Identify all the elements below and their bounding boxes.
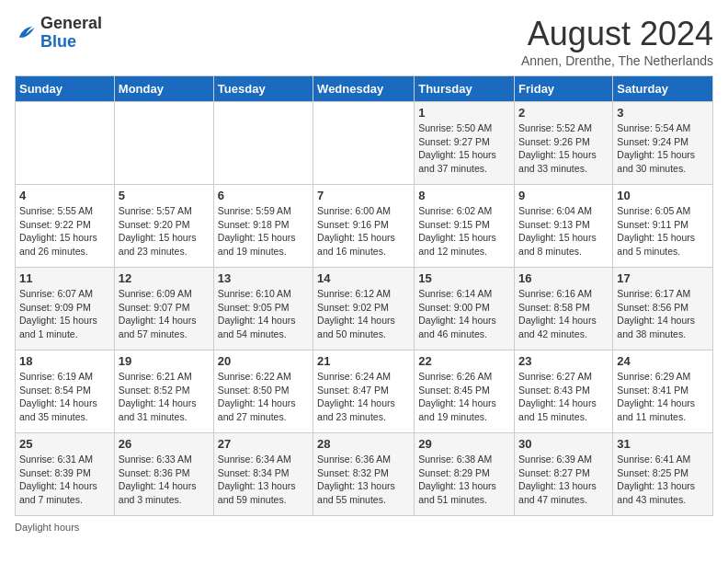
day-info: Sunrise: 6:34 AM Sunset: 8:34 PM Dayligh… [218, 453, 309, 507]
day-header-row: SundayMondayTuesdayWednesdayThursdayFrid… [16, 76, 713, 102]
calendar-cell: 15Sunrise: 6:14 AM Sunset: 9:00 PM Dayli… [415, 268, 515, 350]
day-info: Sunrise: 6:39 AM Sunset: 8:27 PM Dayligh… [518, 453, 609, 507]
calendar-table: SundayMondayTuesdayWednesdayThursdayFrid… [15, 75, 713, 516]
day-info: Sunrise: 6:10 AM Sunset: 9:05 PM Dayligh… [218, 287, 309, 341]
day-number: 19 [119, 354, 210, 368]
calendar-cell: 19Sunrise: 6:21 AM Sunset: 8:52 PM Dayli… [114, 350, 213, 433]
day-info: Sunrise: 6:00 AM Sunset: 9:16 PM Dayligh… [317, 204, 410, 259]
location-subtitle: Annen, Drenthe, The Netherlands [521, 53, 713, 68]
day-number: 8 [418, 189, 510, 202]
day-number: 10 [617, 189, 709, 202]
day-header-tuesday: Tuesday [213, 76, 313, 102]
day-info: Sunrise: 6:33 AM Sunset: 8:36 PM Dayligh… [119, 453, 210, 507]
day-info: Sunrise: 6:41 AM Sunset: 8:25 PM Dayligh… [617, 453, 709, 507]
calendar-cell: 14Sunrise: 6:12 AM Sunset: 9:02 PM Dayli… [313, 268, 415, 350]
month-title: August 2024 [521, 15, 713, 53]
calendar-cell: 4Sunrise: 5:55 AM Sunset: 9:22 PM Daylig… [16, 185, 115, 268]
day-number: 28 [317, 437, 410, 451]
day-number: 30 [518, 437, 609, 451]
calendar-cell: 23Sunrise: 6:27 AM Sunset: 8:43 PM Dayli… [515, 350, 613, 433]
calendar-cell: 10Sunrise: 6:05 AM Sunset: 9:11 PM Dayli… [613, 185, 713, 268]
day-info: Sunrise: 6:31 AM Sunset: 8:39 PM Dayligh… [19, 453, 110, 507]
day-number: 2 [518, 106, 609, 120]
day-info: Sunrise: 6:04 AM Sunset: 9:13 PM Dayligh… [518, 204, 609, 259]
day-number: 25 [19, 437, 110, 451]
calendar-cell: 8Sunrise: 6:02 AM Sunset: 9:15 PM Daylig… [415, 185, 515, 268]
day-number: 20 [218, 354, 309, 368]
calendar-cell: 2Sunrise: 5:52 AM Sunset: 9:26 PM Daylig… [515, 102, 613, 185]
day-header-saturday: Saturday [613, 76, 713, 102]
calendar-cell: 11Sunrise: 6:07 AM Sunset: 9:09 PM Dayli… [16, 268, 115, 350]
day-number: 9 [518, 189, 609, 202]
day-number: 14 [317, 271, 410, 285]
day-number: 3 [617, 106, 709, 120]
day-info: Sunrise: 6:21 AM Sunset: 8:52 PM Dayligh… [119, 370, 210, 424]
daylight-note-text: Daylight hours [15, 522, 79, 533]
day-info: Sunrise: 6:29 AM Sunset: 8:41 PM Dayligh… [617, 370, 709, 424]
day-info: Sunrise: 6:02 AM Sunset: 9:15 PM Dayligh… [418, 204, 510, 259]
day-header-friday: Friday [515, 76, 613, 102]
day-number: 26 [119, 437, 210, 451]
day-info: Sunrise: 6:27 AM Sunset: 8:43 PM Dayligh… [518, 370, 609, 424]
day-number: 27 [218, 437, 309, 451]
day-info: Sunrise: 6:05 AM Sunset: 9:11 PM Dayligh… [617, 204, 709, 259]
day-number: 15 [418, 271, 510, 285]
day-info: Sunrise: 5:52 AM Sunset: 9:26 PM Dayligh… [518, 121, 609, 176]
day-number: 21 [317, 354, 410, 368]
footer-note: Daylight hours [15, 522, 713, 533]
day-header-wednesday: Wednesday [313, 76, 415, 102]
calendar-cell: 28Sunrise: 6:36 AM Sunset: 8:32 PM Dayli… [313, 433, 415, 516]
day-info: Sunrise: 6:22 AM Sunset: 8:50 PM Dayligh… [218, 370, 309, 424]
day-info: Sunrise: 6:36 AM Sunset: 8:32 PM Dayligh… [317, 453, 410, 507]
day-info: Sunrise: 6:12 AM Sunset: 9:02 PM Dayligh… [317, 287, 410, 341]
calendar-cell: 24Sunrise: 6:29 AM Sunset: 8:41 PM Dayli… [613, 350, 713, 433]
calendar-cell: 5Sunrise: 5:57 AM Sunset: 9:20 PM Daylig… [114, 185, 213, 268]
day-number: 7 [317, 189, 410, 202]
day-number: 18 [19, 354, 110, 368]
day-info: Sunrise: 6:07 AM Sunset: 9:09 PM Dayligh… [19, 287, 110, 341]
calendar-cell: 27Sunrise: 6:34 AM Sunset: 8:34 PM Dayli… [213, 433, 313, 516]
day-number: 24 [617, 354, 709, 368]
day-info: Sunrise: 6:26 AM Sunset: 8:45 PM Dayligh… [418, 370, 510, 424]
day-info: Sunrise: 5:50 AM Sunset: 9:27 PM Dayligh… [418, 121, 510, 176]
calendar-cell: 16Sunrise: 6:16 AM Sunset: 8:58 PM Dayli… [515, 268, 613, 350]
page-header: General Blue August 2024 Annen, Drenthe,… [15, 15, 713, 68]
day-header-sunday: Sunday [16, 76, 115, 102]
day-number: 12 [119, 271, 210, 285]
day-info: Sunrise: 5:57 AM Sunset: 9:20 PM Dayligh… [119, 204, 210, 259]
week-row-5: 25Sunrise: 6:31 AM Sunset: 8:39 PM Dayli… [16, 433, 713, 516]
day-info: Sunrise: 6:38 AM Sunset: 8:29 PM Dayligh… [418, 453, 510, 507]
day-info: Sunrise: 6:16 AM Sunset: 8:58 PM Dayligh… [518, 287, 609, 341]
day-info: Sunrise: 6:19 AM Sunset: 8:54 PM Dayligh… [19, 370, 110, 424]
calendar-cell: 1Sunrise: 5:50 AM Sunset: 9:27 PM Daylig… [415, 102, 515, 185]
day-number: 6 [218, 189, 309, 202]
logo: General Blue [15, 15, 102, 52]
day-number: 23 [518, 354, 609, 368]
day-info: Sunrise: 6:24 AM Sunset: 8:47 PM Dayligh… [317, 370, 410, 424]
calendar-cell: 21Sunrise: 6:24 AM Sunset: 8:47 PM Dayli… [313, 350, 415, 433]
calendar-cell [313, 102, 415, 185]
day-header-monday: Monday [114, 76, 213, 102]
week-row-3: 11Sunrise: 6:07 AM Sunset: 9:09 PM Dayli… [16, 268, 713, 350]
calendar-cell: 17Sunrise: 6:17 AM Sunset: 8:56 PM Dayli… [613, 268, 713, 350]
calendar-cell: 25Sunrise: 6:31 AM Sunset: 8:39 PM Dayli… [16, 433, 115, 516]
day-info: Sunrise: 5:59 AM Sunset: 9:18 PM Dayligh… [218, 204, 309, 259]
day-number: 13 [218, 271, 309, 285]
logo-bird-icon [15, 22, 37, 44]
day-number: 22 [418, 354, 510, 368]
day-number: 31 [617, 437, 709, 451]
day-info: Sunrise: 6:14 AM Sunset: 9:00 PM Dayligh… [418, 287, 510, 341]
day-info: Sunrise: 6:09 AM Sunset: 9:07 PM Dayligh… [119, 287, 210, 341]
day-header-thursday: Thursday [415, 76, 515, 102]
week-row-2: 4Sunrise: 5:55 AM Sunset: 9:22 PM Daylig… [16, 185, 713, 268]
week-row-1: 1Sunrise: 5:50 AM Sunset: 9:27 PM Daylig… [16, 102, 713, 185]
calendar-cell [16, 102, 115, 185]
calendar-cell: 22Sunrise: 6:26 AM Sunset: 8:45 PM Dayli… [415, 350, 515, 433]
day-number: 17 [617, 271, 709, 285]
day-info: Sunrise: 6:17 AM Sunset: 8:56 PM Dayligh… [617, 287, 709, 341]
calendar-header: SundayMondayTuesdayWednesdayThursdayFrid… [16, 76, 713, 102]
calendar-cell: 26Sunrise: 6:33 AM Sunset: 8:36 PM Dayli… [114, 433, 213, 516]
day-info: Sunrise: 5:55 AM Sunset: 9:22 PM Dayligh… [19, 204, 110, 259]
day-info: Sunrise: 5:54 AM Sunset: 9:24 PM Dayligh… [617, 121, 709, 176]
calendar-cell: 7Sunrise: 6:00 AM Sunset: 9:16 PM Daylig… [313, 185, 415, 268]
